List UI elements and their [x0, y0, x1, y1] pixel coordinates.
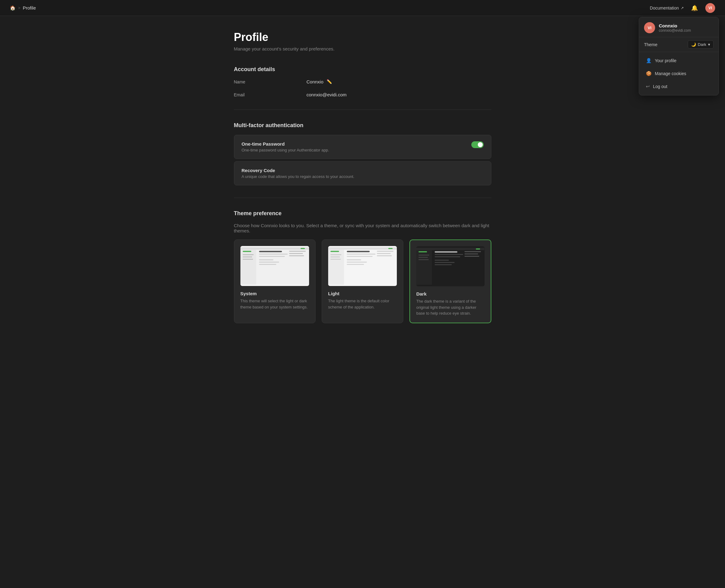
popup-logout[interactable]: ↩ Log out [641, 80, 717, 93]
user-popup: VI Connxio connxio@evidi.com Theme 🌙 Dar… [639, 17, 719, 96]
mfa-otp-desc: One-time password using your Authenticat… [242, 148, 329, 152]
chevron-down-icon: ▾ [708, 42, 710, 47]
svg-rect-36 [419, 251, 427, 252]
mfa-recovery-card: Recovery Code A unique code that allows … [234, 161, 491, 185]
person-icon: 👤 [646, 58, 652, 63]
mfa-recovery-desc: A unique code that allows you to regain … [242, 174, 354, 179]
breadcrumb: 🏠 > Profile [10, 5, 36, 11]
svg-rect-38 [419, 257, 428, 258]
your-profile-label: Your profile [655, 58, 676, 63]
home-icon[interactable]: 🏠 [10, 5, 16, 11]
svg-rect-37 [419, 255, 429, 255]
theme-section: Theme preference Choose how Connxio look… [234, 210, 491, 323]
svg-rect-20 [330, 254, 341, 255]
mfa-section-title: Multi-factor authentication [234, 122, 491, 129]
main-content: Profile Manage your account's security a… [224, 16, 501, 338]
user-avatar-button[interactable]: VI [705, 3, 715, 13]
name-field-group: Name Connxio ✏️ [234, 79, 491, 84]
popup-your-profile[interactable]: 👤 Your profile [641, 55, 717, 67]
svg-rect-22 [330, 259, 340, 260]
notifications-button[interactable]: 🔔 [690, 3, 699, 13]
theme-card-system[interactable]: System This theme will select the light … [234, 239, 316, 323]
svg-rect-29 [377, 251, 393, 252]
svg-rect-21 [330, 256, 340, 257]
edit-name-icon[interactable]: ✏️ [327, 79, 332, 84]
svg-rect-18 [328, 248, 344, 285]
svg-rect-23 [347, 251, 369, 252]
email-text: connxio@evidi.com [306, 92, 347, 97]
account-section-title: Account details [234, 66, 491, 73]
theme-system-desc: This theme will select the light or dark… [240, 298, 309, 310]
theme-section-title: Theme preference [234, 210, 491, 217]
theme-subtitle: Choose how Connxio looks to you. Select … [234, 223, 491, 233]
svg-rect-32 [328, 248, 397, 250]
name-value: Connxio ✏️ [306, 79, 491, 84]
theme-dark-name: Dark [416, 291, 484, 296]
moon-icon: 🌙 [691, 42, 696, 47]
svg-rect-48 [465, 256, 479, 257]
svg-rect-10 [259, 262, 279, 262]
svg-rect-11 [259, 264, 276, 265]
svg-rect-35 [416, 248, 432, 285]
email-field-group: Email connxio@evidi.com [234, 92, 491, 97]
svg-rect-31 [377, 255, 391, 256]
mfa-otp-toggle[interactable] [471, 141, 484, 148]
theme-preview-light [328, 246, 397, 286]
logout-icon: ↩ [646, 84, 650, 89]
nav-right: Documentation ↗ 🔔 VI [650, 3, 715, 13]
theme-card-light[interactable]: Light The light theme is the default col… [322, 239, 403, 323]
email-value: connxio@evidi.com [306, 92, 491, 97]
name-label: Name [234, 79, 302, 84]
svg-rect-45 [435, 265, 452, 265]
theme-selected-value: Dark [698, 42, 706, 47]
svg-rect-12 [289, 251, 306, 252]
svg-rect-41 [435, 254, 463, 255]
theme-preview-dark [416, 246, 484, 286]
popup-theme-label: Theme [644, 42, 658, 47]
svg-rect-15 [240, 248, 309, 250]
popup-menu-items: 👤 Your profile 🍪 Manage cookies ↩ Log ou… [639, 52, 719, 95]
documentation-link[interactable]: Documentation ↗ [650, 5, 684, 10]
svg-rect-14 [289, 255, 304, 256]
svg-rect-28 [347, 264, 364, 265]
svg-rect-26 [347, 259, 361, 260]
popup-manage-cookies[interactable]: 🍪 Manage cookies [641, 67, 717, 80]
svg-rect-16 [300, 248, 305, 249]
popup-theme-row: Theme 🌙 Dark ▾ [639, 37, 719, 52]
theme-card-dark[interactable]: Dark The dark theme is a variant of the … [409, 239, 491, 323]
svg-rect-40 [435, 251, 457, 253]
svg-rect-2 [242, 251, 251, 252]
page-subtitle: Manage your account's security and prefe… [234, 46, 491, 51]
svg-rect-42 [435, 256, 460, 257]
svg-rect-7 [259, 254, 287, 255]
breadcrumb-separator: > [18, 6, 20, 10]
mfa-recovery-info: Recovery Code A unique code that allows … [242, 168, 354, 179]
external-link-icon: ↗ [681, 6, 684, 10]
theme-light-desc: The light theme is the default color sch… [328, 298, 397, 310]
name-text: Connxio [306, 79, 323, 84]
svg-rect-33 [388, 248, 392, 249]
account-details: Name Connxio ✏️ Email connxio@evidi.com [234, 79, 491, 97]
svg-rect-1 [240, 248, 256, 285]
topnav: 🏠 > Profile Documentation ↗ 🔔 VI [0, 0, 725, 16]
email-label: Email [234, 92, 302, 97]
svg-rect-47 [465, 253, 478, 254]
cookie-icon: 🍪 [646, 71, 652, 76]
logout-label: Log out [653, 84, 667, 89]
manage-cookies-label: Manage cookies [655, 71, 686, 76]
popup-user-name: Connxio [659, 23, 691, 28]
svg-rect-39 [419, 259, 429, 260]
svg-rect-9 [259, 259, 273, 260]
popup-user-info: Connxio connxio@evidi.com [659, 23, 691, 33]
theme-select-button[interactable]: 🌙 Dark ▾ [688, 40, 713, 49]
svg-rect-44 [435, 262, 455, 263]
theme-light-name: Light [328, 291, 397, 296]
svg-rect-13 [289, 253, 303, 254]
svg-rect-46 [465, 251, 481, 252]
mfa-otp-info: One-time Password One-time password usin… [242, 141, 329, 152]
theme-dark-desc: The dark theme is a variant of the origi… [416, 298, 484, 316]
documentation-label: Documentation [650, 5, 679, 10]
svg-rect-5 [242, 259, 253, 260]
svg-rect-27 [347, 262, 367, 262]
svg-rect-30 [377, 253, 391, 254]
